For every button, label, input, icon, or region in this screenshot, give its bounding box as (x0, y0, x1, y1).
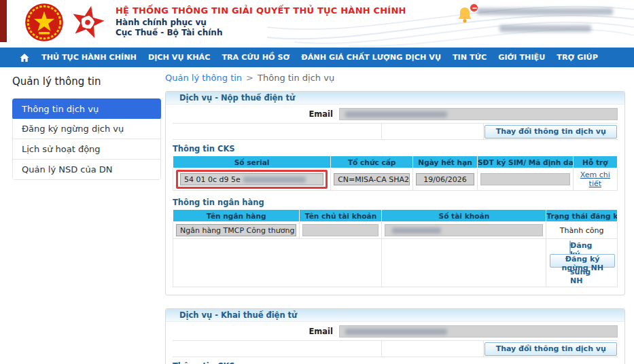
breadcrumb: Quản lý thông tin>Thông tin dịch vụ (165, 73, 625, 83)
section-title: Dịch vụ - Nộp thuế điện tử (166, 92, 624, 105)
account-holder-redacted (302, 224, 378, 236)
sidebar-item-lich-su-hoat-dong[interactable]: Lịch sử hoạt động (13, 139, 160, 160)
sidebar-item-dang-ky-ngung-dich-vu[interactable]: Đăng ký ngừng dịch vụ (13, 119, 160, 139)
col-ngay-het-han: Ngày hết hạn (413, 156, 478, 168)
cks-label: Thông tin CKS (173, 144, 618, 153)
breadcrumb-parent-link[interactable]: Quản lý thông tin (165, 73, 242, 83)
app-header: HỆ THỐNG THÔNG TIN GIẢI QUYẾT THỦ TỤC HÀ… (0, 0, 634, 48)
cks-label: Thông tin CKS (173, 361, 618, 364)
col-to-chuc-cap: Tổ chức cấp (331, 156, 413, 168)
redacted-company-name (477, 8, 620, 32)
nav-tro-giup[interactable]: TRỢ GIÚP (557, 53, 598, 62)
status-badge: Thành công (546, 222, 618, 239)
add-bank-button[interactable]: Đăng ký bổ sung NH (569, 240, 571, 254)
email-field-redacted (339, 108, 618, 120)
email-field-redacted (339, 325, 618, 338)
sidebar-item-quan-ly-nsd[interactable]: Quản lý NSD của DN (13, 160, 160, 179)
col-ten-ngan-hang: Tên ngân hàng (173, 210, 300, 222)
main-nav: THỦ TỤC HÀNH CHÍNH DỊCH VỤ KHÁC TRA CỨU … (0, 48, 634, 67)
breadcrumb-current: Thông tin dịch vụ (258, 73, 334, 83)
expiry-value: 19/06/2026 (416, 173, 474, 185)
view-detail-link[interactable]: Xem chi tiết (576, 170, 614, 188)
breadcrumb-separator: > (246, 73, 253, 83)
bank-table: Tên ngân hàng Tên chủ tài khoản Số tài k… (173, 209, 618, 287)
stop-bank-button[interactable]: Đăng ký ngừng NH (550, 254, 615, 268)
nav-gioi-thieu[interactable]: GIỚI THIỆU (498, 53, 545, 62)
bank-name-value: Ngân hàng TMCP Công thương Việ (176, 224, 296, 236)
left-red-strip (0, 0, 7, 42)
notification-bell-icon[interactable] (455, 5, 476, 26)
change-service-info-button[interactable]: Thay đổi thông tin dịch vụ (485, 342, 617, 356)
col-ten-chu-tai-khoan: Tên chủ tài khoản (300, 210, 382, 222)
page-title: HỆ THỐNG THÔNG TIN GIẢI QUYẾT THỦ TỤC HÀ… (116, 5, 406, 16)
nav-thu-tuc-hanh-chinh[interactable]: THỦ TỤC HÀNH CHÍNH (41, 53, 137, 62)
section-nop-thue: Dịch vụ - Nộp thuế điện tử Email Thay đổ… (165, 91, 625, 295)
bank-label: Thông tin ngân hàng (173, 198, 618, 207)
nav-tin-tuc[interactable]: TIN TỨC (453, 53, 487, 62)
section-khai-thue: Dịch vụ - Khai thuế điện tử Email Thay đ… (165, 308, 625, 364)
home-icon[interactable] (19, 52, 30, 63)
serial-highlight-box: 54 01 0c d9 5e (176, 170, 328, 189)
bank-actions-row: Đăng ký bổ sung NH Đăng ký ngừng NH (173, 239, 618, 287)
vietnam-emblem-logo (24, 3, 64, 42)
section-title: Dịch vụ - Khai thuế điện tử (166, 309, 624, 322)
nav-danh-gia-chat-luong[interactable]: ĐÁNH GIÁ CHẤT LƯỢNG DỊCH VỤ (301, 53, 441, 62)
sidebar-title: Quản lý thông tin (12, 75, 161, 88)
cks-table: Số serial Tổ chức cấp Ngày hết hạn SĐT k… (173, 156, 618, 191)
header-subtitle-2: Cục Thuế - Bộ Tài chính (116, 28, 406, 38)
sim-id-redacted (480, 173, 570, 185)
admin-reform-logo (69, 4, 106, 41)
sidebar-item-thong-tin-dich-vu[interactable]: Thông tin dịch vụ (12, 98, 161, 120)
col-ho-tro: Hỗ trợ (573, 156, 617, 168)
nav-tra-cuu-ho-so[interactable]: TRA CỨU HỒ SƠ (222, 53, 289, 62)
table-row: Ngân hàng TMCP Công thương Việ Thành côn… (173, 222, 618, 239)
account-number-redacted (385, 224, 543, 236)
sidebar: Quản lý thông tin Thông tin dịch vụ Đăng… (12, 75, 161, 180)
nav-dich-vu-khac[interactable]: DỊCH VỤ KHÁC (148, 53, 210, 62)
col-sdt-ky-sim: SĐT ký SIM/ Mã định danh (477, 156, 573, 168)
serial-value: 54 01 0c d9 5e (180, 173, 323, 185)
email-label: Email (173, 327, 339, 336)
col-so-tai-khoan: Số tài khoản (382, 210, 546, 222)
change-service-info-button[interactable]: Thay đổi thông tin dịch vụ (485, 125, 617, 139)
table-row: 54 01 0c d9 5e CN=MISA-CA SHA256, C 19/0… (173, 168, 618, 191)
col-so-serial: Số serial (173, 156, 331, 168)
header-subtitle-1: Hành chính phục vụ (116, 18, 406, 28)
col-trang-thai-dang-ki: Trạng thái đăng kí (546, 210, 618, 222)
email-label: Email (173, 109, 339, 119)
issuer-value: CN=MISA-CA SHA256, C (334, 173, 410, 185)
